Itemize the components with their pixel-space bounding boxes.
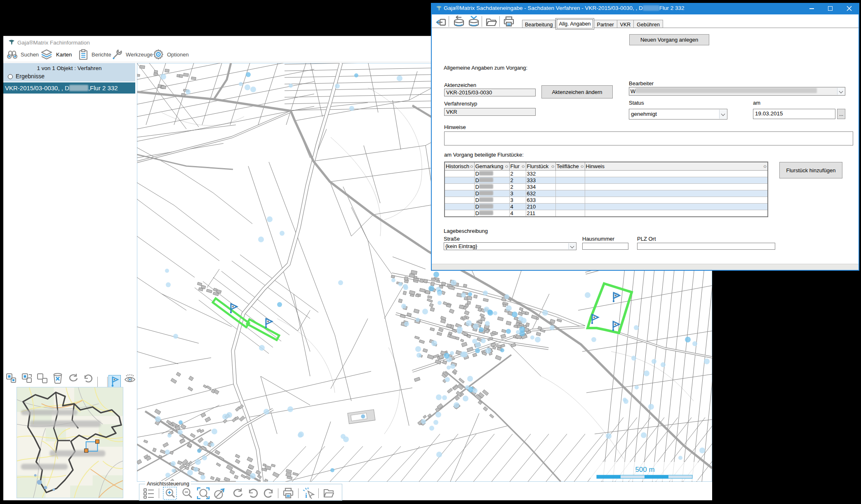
svg-text:i: i (305, 492, 307, 499)
svg-text:500 m: 500 m (635, 466, 654, 474)
